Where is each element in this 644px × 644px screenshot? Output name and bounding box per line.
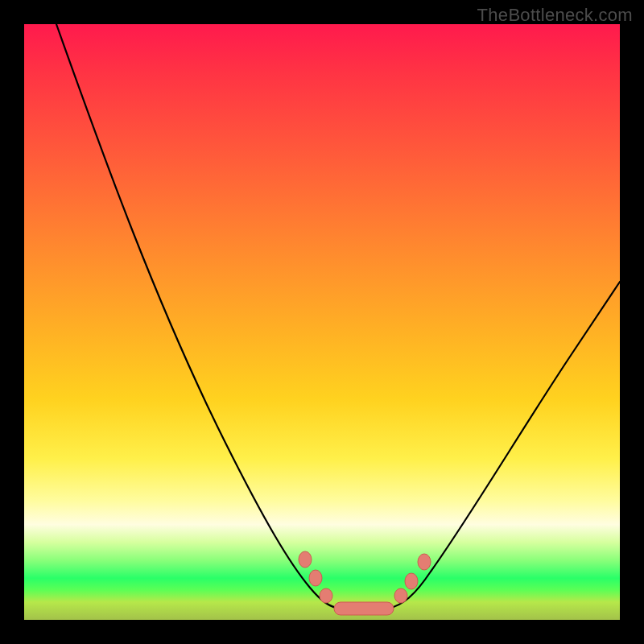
curve-marker (299, 551, 312, 568)
curve-marker (320, 588, 332, 603)
chart-frame: TheBottleneck.com (0, 0, 644, 644)
chart-svg (24, 24, 620, 620)
plot-area (24, 24, 620, 620)
curve-left (56, 24, 340, 609)
curve-marker (405, 573, 418, 589)
curve-marker (418, 554, 431, 570)
curve-valley-band (334, 602, 394, 615)
curve-marker (394, 588, 407, 603)
watermark-text: TheBottleneck.com (477, 5, 633, 26)
curve-marker (309, 570, 322, 586)
